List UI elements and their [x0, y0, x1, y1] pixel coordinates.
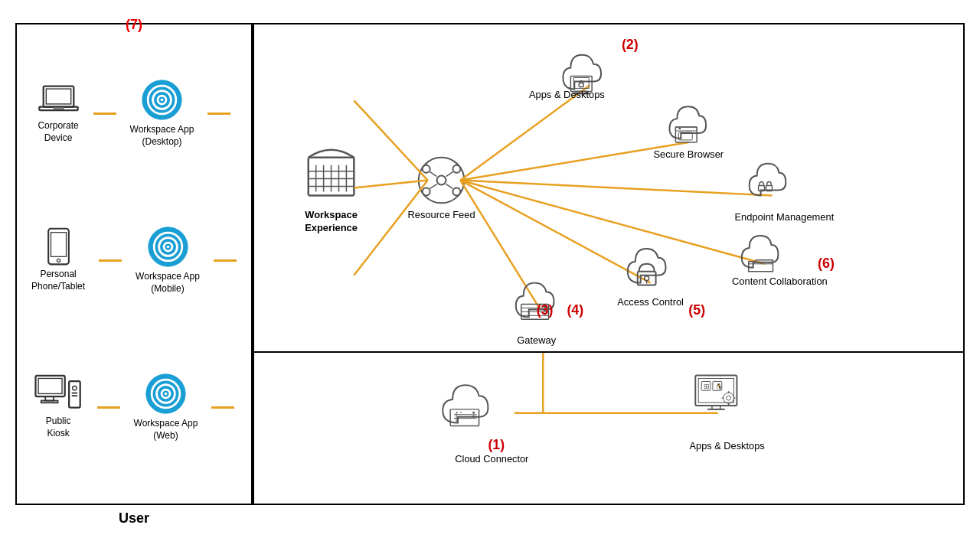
svg-rect-54: [675, 127, 697, 142]
content-collab-cloud: [742, 236, 779, 272]
kiosk-device-item: PublicKiosk: [34, 374, 83, 439]
svg-line-48: [446, 184, 452, 189]
line-rf-apps: [460, 85, 590, 180]
svg-rect-61: [638, 272, 656, 285]
endpoint-mgmt-label: Endpoint Management: [735, 211, 835, 223]
line-rf-content: [460, 181, 764, 264]
svg-line-47: [430, 184, 437, 189]
workspace-app-web-item: Workspace App(Web): [134, 373, 198, 442]
top-panel: (2) (3) (4) (5) (6) Apps & Desktops Secu…: [253, 23, 965, 352]
svg-point-22: [72, 386, 76, 390]
svg-point-16: [166, 246, 169, 249]
svg-point-62: [645, 276, 649, 281]
workspace-exp-icon-group: [309, 150, 354, 196]
workspace-app-desktop-label: Workspace App(Desktop): [130, 124, 194, 148]
svg-rect-57: [678, 132, 692, 140]
num6-label: (6): [818, 256, 835, 271]
user-label: User: [119, 510, 149, 527]
svg-rect-20: [41, 401, 57, 403]
workspace-app-web-label: Workspace App(Web): [134, 418, 198, 442]
apps-desktops-bottom-label: Apps & Desktops: [690, 440, 765, 452]
apps-desktops-label-top: Apps & Desktops: [529, 89, 605, 100]
svg-rect-50: [573, 78, 589, 89]
svg-point-44: [452, 188, 460, 196]
connector-personal-right: [214, 259, 237, 262]
workspace-app-desktop-icon: [141, 79, 183, 121]
cloud-connector-label: Cloud Connector: [455, 453, 529, 465]
apps-desktops-cloud: [563, 55, 601, 94]
svg-rect-21: [69, 381, 80, 408]
svg-rect-58: [759, 186, 765, 191]
line-rf-access: [460, 181, 650, 283]
svg-point-69: [544, 309, 546, 311]
svg-rect-1: [46, 89, 70, 104]
svg-point-40: [437, 176, 446, 185]
secure-browser-cloud: [669, 106, 706, 142]
num2-label: (2): [622, 37, 639, 52]
resource-feed-icon-group: [419, 158, 465, 204]
connector-corp-right: [207, 112, 230, 115]
svg-point-41: [423, 165, 430, 173]
access-control-label: Access Control: [617, 296, 684, 308]
corporate-device-label: CorporateDevice: [38, 120, 78, 144]
svg-rect-64: [521, 304, 549, 319]
svg-rect-18: [38, 379, 62, 394]
apps-desktops-bottom-icon: ⊞ 🐧: [695, 376, 737, 409]
workspace-exp-label: Workspace: [305, 209, 358, 220]
svg-point-42: [452, 165, 460, 173]
svg-point-39: [419, 158, 465, 204]
personal-device-label: PersonalPhone/Tablet: [31, 269, 85, 292]
right-section: (2) (3) (4) (5) (6) Apps & Desktops Secu…: [253, 23, 965, 536]
personal-device-item: PersonalPhone/Tablet: [31, 227, 85, 292]
bottom-panel-svg: ⊞ 🐧 (1) Clou: [254, 353, 963, 504]
svg-point-43: [423, 188, 430, 196]
kiosk-icon: [34, 374, 83, 412]
svg-point-29: [165, 393, 168, 396]
resource-feed-label: Resource Feed: [407, 209, 475, 220]
svg-point-70: [544, 313, 546, 315]
svg-point-85: [727, 396, 731, 400]
svg-rect-55: [675, 127, 697, 131]
line-we-rf: [354, 100, 427, 180]
svg-point-68: [544, 305, 546, 308]
cloud-connector-cloud: [443, 385, 488, 425]
bottom-panel: ⊞ 🐧 (1) Clou: [253, 352, 965, 505]
connector-kiosk-right: [211, 406, 234, 409]
corporate-device-item: CorporateDevice: [38, 83, 80, 144]
svg-rect-24: [71, 396, 77, 397]
svg-rect-3: [53, 107, 64, 109]
line-we-rf3: [354, 181, 427, 276]
svg-text:🐧: 🐧: [715, 383, 723, 390]
connector-kiosk: [97, 406, 120, 409]
num4-label: (4): [567, 302, 583, 318]
svg-rect-30: [309, 158, 354, 196]
line-rf-endpoint: [460, 181, 772, 196]
content-collab-label: Content Collaboration: [732, 276, 828, 287]
svg-point-8: [161, 99, 164, 102]
svg-rect-53: [579, 83, 583, 86]
corporate-device-row: CorporateDevice Workspace App(Desktop): [24, 79, 243, 148]
svg-rect-23: [71, 393, 77, 394]
connector-corp: [93, 112, 116, 115]
num1-label-bottom: (1): [488, 437, 505, 452]
top-panel-svg: (2) (3) (4) (5) (6) Apps & Desktops Secu…: [254, 24, 963, 351]
connector-personal: [99, 259, 122, 262]
workspace-app-desktop-item: Workspace App(Desktop): [130, 79, 194, 148]
svg-rect-49: [570, 77, 592, 92]
svg-rect-51: [576, 91, 586, 93]
user-panel: (7) CorporateDevice: [15, 23, 253, 505]
svg-point-11: [57, 259, 60, 262]
endpoint-mgmt-cloud: [750, 164, 786, 196]
workspace-app-web-icon: [145, 373, 187, 415]
number-7-badge: (7): [126, 17, 142, 33]
workspace-exp-label2: Experience: [305, 222, 358, 233]
line-we-rf2: [354, 181, 427, 188]
svg-point-84: [724, 393, 734, 403]
svg-rect-59: [766, 186, 773, 191]
gateway-cloud: [516, 283, 554, 320]
svg-rect-10: [51, 233, 66, 257]
svg-text:⊞: ⊞: [704, 383, 710, 390]
line-rf-gateway: [460, 181, 540, 310]
svg-line-45: [430, 172, 437, 177]
kiosk-device-label: PublicKiosk: [46, 416, 71, 439]
